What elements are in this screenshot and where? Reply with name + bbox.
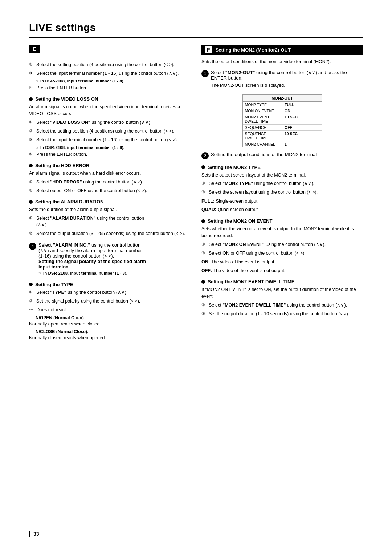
mon2-event-off: OFF: The video of the event is not outpu…	[201, 267, 363, 274]
mon2-event-step-2: ② Select ON or OFF using the control but…	[201, 250, 363, 256]
mon2-table-title: MON2-OUT	[243, 95, 322, 102]
f-step1-sub: The MON2-OUT screen is displayed.	[211, 82, 363, 89]
mon2-type-step-2: ② Select the screen layout using the con…	[201, 189, 363, 195]
f-step1-block: 1 Select "MON2-OUT" using the control bu…	[201, 70, 363, 91]
mon2-table: MON2-OUT MON2 TYPE FULL MON ON EVENT ON …	[242, 94, 322, 147]
step-4-circle: 4	[29, 243, 36, 250]
table-row: SEQUENCE OFF	[243, 125, 322, 131]
nopen-title: N/OPEN (Normal Open):	[36, 315, 191, 320]
type-dash: ---: Does not react	[29, 307, 191, 313]
page-number: 33	[29, 531, 39, 537]
mon2-event-on: ON: The video of the event is output.	[201, 259, 363, 266]
alarm-duration-step-2: ② Select the output duration (3 - 255 se…	[29, 230, 191, 237]
nopen-body: Normally open, reacts when closed	[29, 321, 191, 328]
hdd-error-title: Setting the HDD ERROR	[29, 163, 191, 168]
mon2-dwell-step-2: ② Set the output duration (1 - 10 second…	[201, 311, 363, 317]
mon2-type-quad: QUAD: Quad-screen output	[201, 206, 363, 213]
bullet-icon	[29, 283, 33, 286]
hdd-error-body: An alarm signal is output when a hard di…	[29, 170, 191, 177]
page-title: LIVE settings	[29, 22, 363, 33]
alarm-duration-step-1: ① Select "ALARM DURATION" using the cont…	[29, 215, 191, 228]
section-e-header: E	[29, 45, 191, 58]
mon2-event-body: Sets whether the video of an event is ou…	[201, 226, 363, 239]
intro-note: ☞ In DSR-2108, input terminal number (1 …	[36, 79, 191, 83]
f-step1-circle: 1	[201, 70, 209, 77]
video-loss-step-2: ② Select the setting position (4 positio…	[29, 128, 191, 134]
mon2-type-full: FULL: Single-screen output	[201, 198, 363, 205]
mon2-dwell-title: Setting the MON2 EVENT DWELL TIME	[201, 279, 363, 284]
video-loss-step-1: ① Select "VIDEO LOSS ON" using the contr…	[29, 119, 191, 126]
alarm-in-block: 4 Select "ALARM IN NO." using the contro…	[29, 242, 191, 277]
section-f-intro: Sets the output conditions of the monito…	[201, 58, 363, 65]
bullet-icon	[29, 164, 33, 167]
video-loss-step-4: ④ Press the ENTER button.	[29, 151, 191, 158]
intro-step-3: ③ Select the input terminal number (1 - …	[29, 70, 191, 77]
f-step2-block: 2 Setting the output conditions of the M…	[201, 152, 363, 159]
right-column: F Setting the MON2 (Monitor2)-OUT Sets t…	[201, 45, 363, 319]
mon2-dwell-body: If "MON2 ON EVENT" is set to ON, set the…	[201, 286, 363, 300]
intro-step-4: ④ Press the ENTER button.	[29, 85, 191, 91]
table-row: MON2 TYPE FULL	[243, 102, 322, 108]
bullet-icon	[201, 165, 205, 169]
type-title: Setting the TYPE	[29, 282, 191, 287]
mon2-type-body: Sets the output screen layout of the MON…	[201, 172, 363, 179]
table-row: SEQUENCE-DWELL TIME 10 SEC	[243, 131, 322, 141]
step4-note: ☞ In DSR-2108, input terminal number (1 …	[38, 271, 191, 275]
f-step2-circle: 2	[201, 152, 209, 159]
section-f-header: F Setting the MON2 (Monitor2)-OUT	[201, 45, 363, 55]
section-f-badge: F	[204, 46, 213, 53]
mon2-event-title: Setting the MON2 ON EVENT	[201, 218, 363, 224]
table-row: MON ON EVENT ON	[243, 108, 322, 114]
left-column: E ② Select the setting position (4 posit…	[29, 45, 191, 343]
bullet-icon	[201, 280, 205, 284]
table-row: MON2 CHANNEL 1	[243, 141, 322, 147]
intro-step-2: ② Select the setting position (4 positio…	[29, 61, 191, 68]
table-row: MON2 EVENT DWELL TIME 10 SEC	[243, 114, 322, 125]
video-loss-body: An alarm signal is output when the speci…	[29, 104, 191, 117]
type-step-1: ① Select "TYPE" using the control button…	[29, 289, 191, 296]
bullet-icon	[29, 97, 33, 101]
alarm-duration-title: Setting the ALARM DURATION	[29, 199, 191, 204]
section-e-badge: E	[29, 45, 40, 53]
mon2-dwell-step-1: ① Select "MON2 EVENT DWELL TIME" using t…	[201, 302, 363, 308]
bullet-icon	[201, 219, 205, 223]
video-loss-step-3: ③ Select the input terminal number (1 - …	[29, 137, 191, 143]
nclose-title: N/CLOSE (Normal Close):	[36, 329, 191, 334]
mon2-type-title: Setting the MON2 TYPE	[201, 165, 363, 170]
mon2-event-step-1: ① Select "MON2 ON EVENT" using the contr…	[201, 241, 363, 248]
video-loss-note: ☞ In DSR-2108, input terminal number (1 …	[36, 145, 191, 150]
bullet-icon	[29, 200, 33, 204]
alarm-duration-body: Sets the duration of the alarm output si…	[29, 206, 191, 213]
type-step-2: ② Set the signal polarity using the cont…	[29, 298, 191, 304]
main-content: E ② Select the setting position (4 posit…	[29, 45, 363, 343]
nclose-body: Normally closed, reacts when opened	[29, 335, 191, 341]
mon2-type-step-1: ① Select "MON2 TYPE" using the control b…	[201, 180, 363, 187]
hdd-step-2: ② Select output ON or OFF using the cont…	[29, 187, 191, 194]
hdd-step-1: ① Select "HDD ERROR" using the control b…	[29, 179, 191, 185]
video-loss-title: Setting the VIDEO LOSS ON	[29, 96, 191, 102]
title-divider	[29, 37, 363, 38]
